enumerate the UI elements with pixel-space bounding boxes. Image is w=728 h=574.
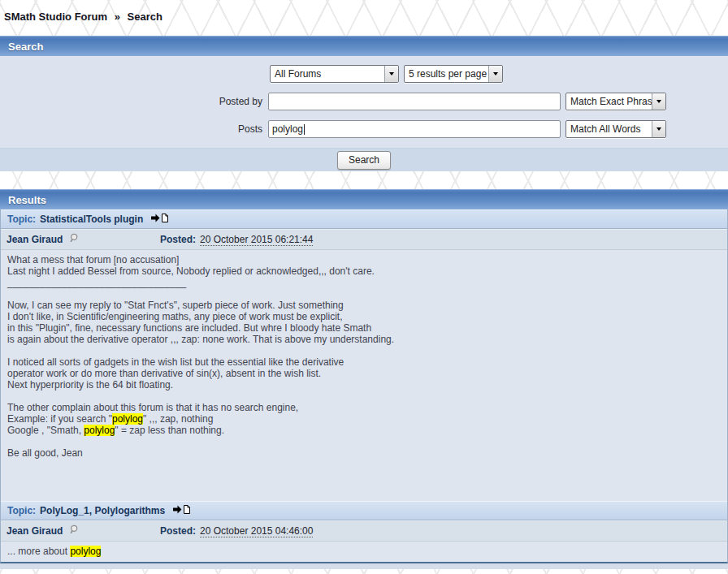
results-panel-header: Results [0,189,728,209]
chevron-down-icon [656,127,661,131]
search-panel: Search All Forums 5 results per page Pos… [0,36,728,171]
posted-cell: Posted: 20 October 2015 06:21:44 [160,234,313,246]
post-body-line [7,288,721,300]
posts-input[interactable]: polylog [268,120,561,138]
post-body-line: I don't like, in Scientific/engineering … [7,311,721,322]
posted-date: 20 October 2015 06:21:44 [200,234,313,246]
forum-filters-row: All Forums 5 results per page [0,65,728,83]
post-body: ... more about polylog [1,542,727,562]
post-header-row: Jean Giraud Posted: 20 October 2015 04:4… [1,520,727,542]
author-cell: Jean Giraud [1,524,160,538]
search-form-footer: Search [0,148,728,171]
posts-label: Posts [0,123,268,135]
post-body-line: is again about the derivative operator ,… [7,334,721,345]
posted-cell: Posted: 20 October 2015 04:46:00 [160,525,313,537]
post-body-line [7,391,721,402]
posts-row: Posts polylog Match All Words [0,120,728,138]
post-body-line [7,436,721,447]
topic-label: Topic: [7,214,36,225]
breadcrumb-separator: » [115,11,120,23]
posted-label: Posted: [160,234,196,245]
posted-by-input[interactable] [268,93,561,110]
post-body-line [7,345,721,356]
post-body-line: Example: if you search "polylog" ,,, zap… [7,413,721,425]
results-per-page-dropdown-button[interactable] [488,66,502,82]
post-body-line: Last night I added Bessel from source, N… [7,265,721,277]
author-cell: Jean Giraud [1,233,160,247]
topic-title-link[interactable]: PolyLog_1, Polylogarithms [40,505,165,516]
post-body-line: operator work or do more than derivative… [7,368,721,379]
post-body-line: The other complain about this forum is t… [7,402,721,413]
breadcrumb-current[interactable]: Search [128,11,162,23]
post-body-line: in this "Plugin", fine, necessary functi… [7,322,721,334]
posted-by-label: Posted by [0,96,268,107]
post-body-line: Next hyperpriority is the 64 bit floatin… [7,379,721,391]
go-to-post-icon[interactable] [172,504,191,517]
topic-row: Topic: PolyLog_1, Polylogarithms [1,501,727,520]
results-table: Topic: StatisticalTools plugin Jean Gira… [0,209,728,563]
author-name-link[interactable]: Jean Giraud [6,234,63,245]
forum-select-value: All Forums [271,68,384,80]
post-body-line: Now, I can see my reply to "Stat Fnct's"… [7,300,721,311]
posts-input-value: polylog [272,123,303,135]
posted-by-row: Posted by Match Exact Phrase [0,93,728,110]
posted-by-match-dropdown-button[interactable] [652,93,665,110]
next-section-strip [0,563,728,569]
results-panel: Results Topic: StatisticalTools plugin J… [0,189,728,569]
posted-date: 20 October 2015 04:46:00 [200,525,313,537]
section-gap [0,171,728,189]
posted-by-match-value: Match Exact Phrase [566,96,652,107]
author-name-link[interactable]: Jean Giraud [6,525,63,537]
result-topic-block: Topic: PolyLog_1, Polylogarithms Jean Gi… [1,501,727,562]
search-form: All Forums 5 results per page Posted by … [0,56,728,148]
chevron-down-icon [389,72,394,76]
breadcrumb: SMath Studio Forum » Search [0,0,728,36]
results-per-page-select[interactable]: 5 results per page [404,65,503,83]
go-to-post-icon[interactable] [150,213,169,226]
topic-label: Topic: [7,505,36,516]
chevron-down-icon [493,72,498,76]
breadcrumb-forum-link[interactable]: SMath Studio Forum [4,11,107,23]
post-body: What a mess that forum [no accusation]La… [1,250,727,501]
forum-select[interactable]: All Forums [270,65,399,83]
topic-row: Topic: StatisticalTools plugin [1,209,727,229]
topic-title-link[interactable]: StatisticalTools plugin [40,214,143,225]
post-body-line: Be all good, Jean [7,447,721,459]
magnifier-icon[interactable] [68,524,79,538]
posts-match-select[interactable]: Match All Words [566,120,666,138]
post-body-line: What a mess that forum [no accusation] [7,254,721,265]
posts-match-value: Match All Words [566,123,652,135]
post-body-line: I noticed all sorts of gadgets in the wi… [7,356,721,368]
post-header-row: Jean Giraud Posted: 20 October 2015 06:2… [1,229,727,250]
post-body-line: ... more about polylog [7,546,721,557]
search-panel-header: Search [0,36,728,56]
forum-select-dropdown-button[interactable] [384,66,398,82]
posted-by-match-select[interactable]: Match Exact Phrase [566,93,666,110]
text-cursor [304,124,305,135]
post-body-line: _________________________________ [7,277,721,288]
search-button[interactable]: Search [337,151,391,170]
chevron-down-icon [656,100,661,103]
results-per-page-value: 5 results per page [405,68,488,80]
posts-match-dropdown-button[interactable] [652,121,665,137]
posted-label: Posted: [160,525,196,537]
magnifier-icon[interactable] [68,233,79,247]
result-topic-block: Topic: StatisticalTools plugin Jean Gira… [1,209,727,501]
post-body-line: Google , "Smath, polylog" = zap less tha… [7,425,721,436]
